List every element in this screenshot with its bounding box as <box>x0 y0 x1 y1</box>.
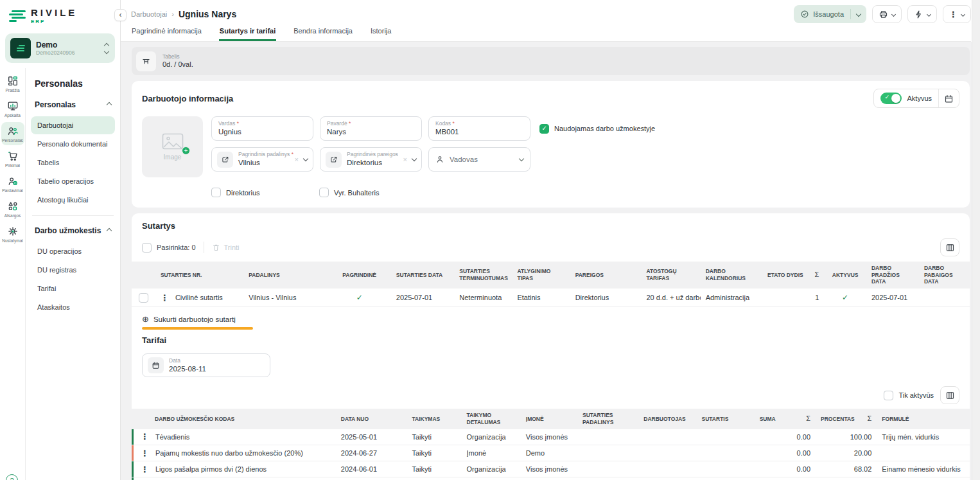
more-button[interactable] <box>943 5 971 23</box>
rail-item-personalas[interactable]: Personalas <box>1 122 24 145</box>
column-settings-button[interactable] <box>940 386 959 404</box>
col-sutarties-nr[interactable]: SUTARTIES NR. <box>155 262 243 289</box>
payroll-checkbox[interactable]: Naudojamas darbo užmokestyje <box>539 124 655 134</box>
tabelis-summary-bar[interactable]: Tabelis 0d. / 0val. <box>132 47 970 75</box>
vadovas-select[interactable]: Vadovas <box>428 147 530 172</box>
col-imone[interactable]: ĮMONĖ <box>521 409 577 429</box>
employee-photo-upload[interactable]: Image <box>142 116 203 177</box>
image-icon <box>162 133 184 150</box>
actions-button[interactable] <box>907 5 937 23</box>
contracts-tariffs-card: Sutartys Pasirinkta: 0 Trinti <box>132 213 970 480</box>
sidebar-item-du-registras[interactable]: DU registras <box>31 261 115 279</box>
only-active-checkbox[interactable]: Tik aktyvūs <box>884 391 934 400</box>
lightning-icon <box>914 10 923 19</box>
vardas-field[interactable]: Vardas Ugnius <box>211 116 313 141</box>
col-pagrindine[interactable]: PAGRINDINĖ <box>328 262 390 289</box>
pagrindinis-padalinys-field[interactable]: Pagrindinis padalinys Vilnius <box>211 147 313 172</box>
col-darbo-pabaigos-data[interactable]: DARBO PABAIGOS DATA <box>919 262 970 289</box>
row-menu-icon[interactable] <box>161 294 169 302</box>
col-sutartis[interactable]: SUTARTIS <box>697 409 755 429</box>
col-aktyvus[interactable]: AKTYVUS <box>824 262 866 289</box>
tariff-row[interactable]: Pajamų mokestis nuo darbo užmokesčio (20… <box>132 445 970 461</box>
col-padalinys[interactable]: PADALINYS <box>243 262 328 289</box>
col-taikymo-detalumas[interactable]: TAIKYMO DETALUMAS <box>462 409 521 429</box>
menu-section-personalas[interactable]: Personalas <box>31 98 115 116</box>
col-darbo-pradzios-data[interactable]: DARBO PRADŽIOS DATA <box>866 262 919 289</box>
rail-item-pirkimai[interactable]: Pirkimai <box>1 147 24 170</box>
sidebar-item-tabelis[interactable]: Tabelis <box>31 154 115 172</box>
col-suma[interactable]: SUMA <box>755 409 816 429</box>
menu-section-darbo-uzmokestis[interactable]: Darbo užmokestis <box>31 224 115 242</box>
rail-item-atsargos[interactable]: Atsargos <box>1 197 24 220</box>
pagrindines-pareigos-field[interactable]: Pagrindinės pareigos Direktorius <box>320 147 422 172</box>
save-options-button[interactable] <box>851 12 866 16</box>
col-formule[interactable]: FORMULĖ <box>877 409 970 429</box>
company-selector[interactable]: Demo Demo20240906 <box>5 33 115 63</box>
sigma-icon[interactable] <box>806 414 810 423</box>
tab-sutartys-ir-tarifai[interactable]: Sutartys ir tarifai <box>219 26 276 41</box>
external-link-icon[interactable] <box>326 152 342 168</box>
tariff-row[interactable]: Ligos pašalpa pirmos dvi (2) dienos 2024… <box>132 461 970 477</box>
sigma-icon[interactable] <box>868 414 872 423</box>
active-status-control: Aktyvus <box>873 89 959 108</box>
col-sutarties-padalinys[interactable]: SUTARTIES PADALINYS <box>577 409 638 429</box>
tab-bendra-informacija[interactable]: Bendra informacija <box>293 26 353 41</box>
col-atostogu-tarifas[interactable]: ATOSTOGŲ TARIFAS <box>641 262 700 289</box>
active-toggle[interactable] <box>880 93 902 104</box>
rail-item-pradzia[interactable]: Pradžia <box>1 72 24 95</box>
rail-item-nustatymai[interactable]: Nustatymai <box>1 222 24 245</box>
sidebar-item-darbuotojai[interactable]: Darbuotojai <box>31 116 115 134</box>
col-terminuotumas[interactable]: SUTARTIES TERMINUOTUMAS <box>454 262 512 289</box>
rail-item-apskaita[interactable]: Apskaita <box>1 97 24 120</box>
column-settings-button[interactable] <box>940 238 959 256</box>
row-menu-icon[interactable] <box>141 465 149 474</box>
calendar-icon[interactable] <box>148 357 164 373</box>
contract-row[interactable]: Civilinė sutartis Vilnius - Vilnius 2025… <box>132 289 970 307</box>
printer-icon <box>879 10 888 19</box>
tariff-row[interactable]: Kasmetinės atostogos 2024-10-01 Taikyti … <box>132 477 970 480</box>
tariff-row[interactable]: Tėvadienis 2025-05-01 Taikyti Organizaci… <box>132 429 970 445</box>
create-contract-link[interactable]: Sukurti darbuotojo sutartį <box>132 314 970 324</box>
pavarde-field[interactable]: Pavardė Narys <box>320 116 422 141</box>
check-circle-icon <box>800 10 809 19</box>
sidebar-item-tarifai[interactable]: Tarifai <box>31 280 115 298</box>
col-procentas[interactable]: PROCENTAS <box>816 409 877 429</box>
sidebar-item-atostogu-likuciai[interactable]: Atostogų likučiai <box>31 191 115 209</box>
history-calendar-button[interactable] <box>939 94 959 103</box>
col-atlyginimo-tipas[interactable]: ATLYGINIMO TIPAS <box>512 262 570 289</box>
rail-item-pardavimai[interactable]: Pardavimai <box>1 172 24 195</box>
col-etato-dydis[interactable]: ETATO DYDIS <box>762 262 824 289</box>
row-menu-icon[interactable] <box>141 432 149 441</box>
breadcrumb-parent[interactable]: Darbuotojai <box>131 10 167 18</box>
kodas-field[interactable]: Kodas MB001 <box>428 116 530 141</box>
row-menu-icon[interactable] <box>141 449 149 458</box>
col-darbo-kalendorius[interactable]: DARBO KALENDORIUS <box>701 262 762 289</box>
select-all-checkbox[interactable]: Pasirinkta: 0 <box>142 243 196 253</box>
clear-icon[interactable] <box>403 156 407 163</box>
row-checkbox[interactable] <box>139 293 148 303</box>
col-darbuotojas[interactable]: DARBUOTOJAS <box>638 409 696 429</box>
col-taikymas[interactable]: TAIKYMAS <box>407 409 461 429</box>
tab-istorija[interactable]: Istorija <box>370 26 392 41</box>
direktorius-checkbox[interactable]: Direktorius <box>211 188 319 197</box>
print-button[interactable] <box>872 5 902 23</box>
clear-icon[interactable] <box>295 156 299 163</box>
vyr-buhalteris-checkbox[interactable]: Vyr. Buhalteris <box>319 188 380 197</box>
delete-button[interactable]: Trinti <box>212 244 240 252</box>
save-button[interactable]: Išsaugota <box>794 5 866 23</box>
sidebar-item-du-operacijos[interactable]: DU operacijos <box>31 242 115 260</box>
tab-pagrindine-informacija[interactable]: Pagrindinė informacija <box>131 26 202 41</box>
sidebar-item-tabelio-operacijos[interactable]: Tabelio operacijos <box>31 172 115 190</box>
col-du-kodas[interactable]: DARBO UŽMOKESČIO KODAS <box>132 409 336 429</box>
tariff-date-field[interactable]: Data 2025-08-11 <box>142 353 270 377</box>
col-sutarties-data[interactable]: SUTARTIES DATA <box>391 262 454 289</box>
external-link-icon[interactable] <box>217 152 233 168</box>
sidebar-item-personalo-dokumentai[interactable]: Personalo dokumentai <box>31 135 115 153</box>
col-pareigos[interactable]: PAREIGOS <box>570 262 642 289</box>
sidebar-collapse-button[interactable]: ‹ <box>114 9 127 21</box>
col-data-nuo[interactable]: DATA NUO <box>336 409 407 429</box>
sidebar-item-ataskaitos[interactable]: Ataskaitos <box>31 298 115 316</box>
chevron-up-icon <box>107 102 112 107</box>
page-scrollbar[interactable] <box>972 0 980 480</box>
sigma-icon[interactable] <box>815 271 819 280</box>
